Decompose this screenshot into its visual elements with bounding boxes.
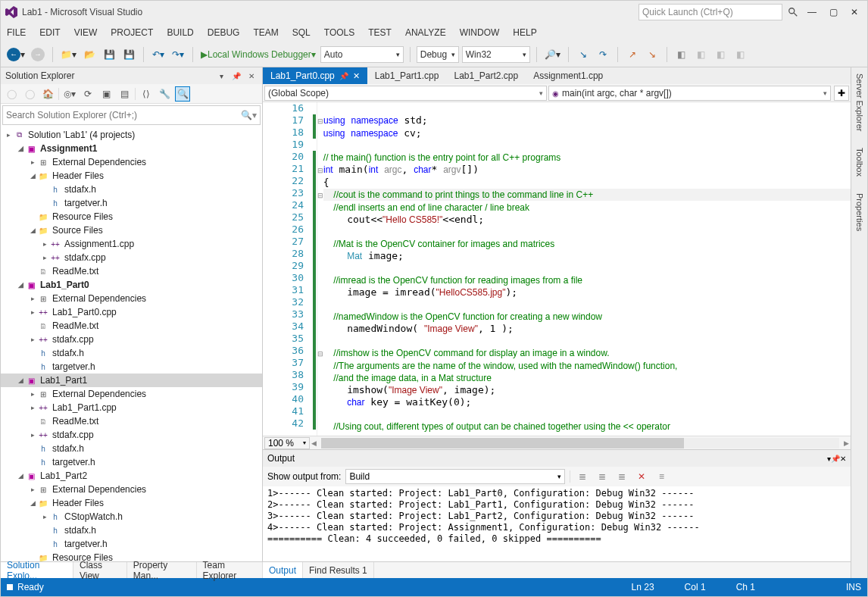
minimize-button[interactable]: — bbox=[802, 5, 822, 20]
menu-sql[interactable]: SQL bbox=[292, 27, 311, 38]
nav-forward-button[interactable]: → bbox=[30, 45, 46, 64]
refresh-icon[interactable]: ⟳ bbox=[80, 86, 95, 102]
close-icon[interactable]: ✕ bbox=[245, 70, 258, 82]
close-tab-icon[interactable]: ✕ bbox=[353, 71, 360, 81]
expand-icon[interactable]: ▸ bbox=[28, 486, 37, 493]
side-tab[interactable]: Properties bbox=[855, 190, 864, 234]
expand-icon[interactable]: ◢ bbox=[28, 499, 37, 507]
config-debug-dropdown[interactable]: Debug▾ bbox=[417, 46, 459, 63]
tree-item[interactable]: ▸++Lab1_Part1.cpp bbox=[1, 401, 262, 414]
next-bookmark-button[interactable]: ◧ bbox=[713, 45, 729, 64]
expand-icon[interactable]: ▸ bbox=[28, 158, 37, 166]
menu-edit[interactable]: EDIT bbox=[39, 27, 60, 38]
scroll-left-icon[interactable]: ◀ bbox=[311, 439, 317, 447]
maximize-button[interactable]: ▢ bbox=[823, 5, 843, 20]
tree-item[interactable]: ▸++Lab1_Part0.cpp bbox=[1, 305, 262, 319]
step-over-button[interactable]: ↷ bbox=[595, 45, 611, 64]
expand-icon[interactable]: ◢ bbox=[28, 227, 37, 234]
expand-icon[interactable]: ▸ bbox=[40, 240, 49, 248]
wrap-icon[interactable]: ≡ bbox=[654, 469, 669, 484]
editor-tab[interactable]: Lab1_Part1.cpp bbox=[367, 67, 447, 84]
tree-item[interactable]: ▸++stdafx.cpp bbox=[1, 251, 262, 264]
tree-item[interactable]: ▸⊞External Dependencies bbox=[1, 155, 262, 169]
menu-test[interactable]: TEST bbox=[368, 27, 392, 38]
expand-icon[interactable]: ▸ bbox=[28, 390, 37, 398]
bottom-tab[interactable]: Property Man... bbox=[127, 562, 197, 578]
menu-help[interactable]: HELP bbox=[513, 27, 536, 38]
clear-bookmarks-button[interactable]: ◧ bbox=[732, 45, 749, 64]
expand-icon[interactable]: ▸ bbox=[40, 513, 49, 520]
scope-dropdown-1[interactable]: (Global Scope)▾ bbox=[264, 86, 547, 101]
menu-debug[interactable]: DEBUG bbox=[208, 27, 240, 38]
zoom-dropdown[interactable]: 100 %▾ bbox=[264, 437, 310, 449]
expand-icon[interactable]: ▸ bbox=[28, 336, 37, 343]
tree-item[interactable]: ▸++stdafx.cpp bbox=[1, 428, 262, 442]
search-icon[interactable] bbox=[785, 5, 801, 20]
tree-item[interactable]: 🗎ReadMe.txt bbox=[1, 319, 262, 333]
show-all-icon[interactable]: ▤ bbox=[117, 86, 132, 102]
tree-item[interactable]: 🗎ReadMe.txt bbox=[1, 414, 262, 428]
side-tab[interactable]: Toolbox bbox=[855, 145, 864, 180]
quick-launch-input[interactable]: Quick Launch (Ctrl+Q) bbox=[639, 4, 782, 20]
find-in-files-button[interactable]: 🔎▾ bbox=[543, 45, 562, 64]
save-all-button[interactable]: 💾 bbox=[120, 45, 137, 64]
pin-icon[interactable]: 📌 bbox=[339, 72, 348, 80]
output-source-dropdown[interactable]: Build▾ bbox=[345, 469, 565, 484]
expand-icon[interactable]: ▸ bbox=[40, 254, 49, 261]
open-button[interactable]: 📂 bbox=[81, 45, 98, 64]
tree-item[interactable]: ◢📁Header Files bbox=[1, 496, 262, 510]
step-out-button[interactable]: ↗ bbox=[624, 45, 641, 64]
bottom-tab[interactable]: Class View bbox=[73, 562, 127, 578]
scope-dropdown-2[interactable]: ◉main(int argc, char * argv[])▾ bbox=[548, 86, 831, 101]
solution-tree[interactable]: ▸⧉Solution 'Lab1' (4 projects)◢▣Assignme… bbox=[1, 127, 262, 578]
tree-item[interactable]: ▸⧉Solution 'Lab1' (4 projects) bbox=[1, 128, 262, 142]
code-area[interactable]: ⊟using namespace std; using namespace cv… bbox=[317, 102, 851, 436]
close-button[interactable]: ✕ bbox=[845, 5, 864, 20]
dropdown-icon[interactable]: ▾ bbox=[215, 70, 227, 82]
tree-item[interactable]: ▸hCStopWatch.h bbox=[1, 510, 262, 524]
tree-item[interactable]: ▸++stdafx.cpp bbox=[1, 333, 262, 346]
config-platform-dropdown[interactable]: Win32▾ bbox=[462, 46, 530, 63]
save-button[interactable]: 💾 bbox=[101, 45, 117, 64]
pin-icon[interactable]: 📌 bbox=[831, 455, 840, 463]
collapse-icon[interactable]: ▣ bbox=[98, 86, 114, 102]
tree-item[interactable]: ◢📁Source Files bbox=[1, 223, 262, 237]
tree-item[interactable]: htargetver.h bbox=[1, 196, 262, 210]
menu-build[interactable]: BUILD bbox=[167, 27, 193, 38]
bottom-tab[interactable]: Find Results 1 bbox=[303, 562, 374, 578]
expand-icon[interactable]: ◢ bbox=[16, 472, 25, 480]
bottom-tab[interactable]: Solution Explo... bbox=[1, 562, 73, 578]
wrench-icon[interactable]: 🔧 bbox=[157, 86, 172, 102]
tree-item[interactable]: hstdafx.h bbox=[1, 442, 262, 455]
expand-icon[interactable]: ▸ bbox=[28, 431, 37, 439]
tree-item[interactable]: ▸⊞External Dependencies bbox=[1, 292, 262, 305]
expand-icon[interactable]: ▸ bbox=[28, 295, 37, 302]
scroll-right-icon[interactable]: ▶ bbox=[844, 439, 849, 447]
step-into-button[interactable]: ↘ bbox=[575, 45, 592, 64]
goto-icon[interactable]: ≣ bbox=[575, 469, 590, 484]
editor-tab[interactable]: Lab1_Part0.cpp📌✕ bbox=[263, 67, 367, 84]
tree-item[interactable]: 🗎ReadMe.txt bbox=[1, 264, 262, 278]
tree-item[interactable]: ▸⊞External Dependencies bbox=[1, 387, 262, 401]
home-icon[interactable]: 🏠 bbox=[40, 86, 55, 102]
expand-icon[interactable]: ◢ bbox=[16, 281, 25, 289]
tree-item[interactable]: ◢📁Header Files bbox=[1, 169, 262, 183]
horizontal-scrollbar[interactable] bbox=[321, 438, 839, 449]
prev-bookmark-button[interactable]: ◧ bbox=[693, 45, 710, 64]
expand-icon[interactable]: ▸ bbox=[28, 404, 37, 411]
menu-file[interactable]: FILE bbox=[7, 27, 26, 38]
tree-item[interactable]: ◢▣Assignment1 bbox=[1, 142, 262, 155]
tree-item[interactable]: ▸++Assignment1.cpp bbox=[1, 237, 262, 251]
tree-item[interactable]: hstdafx.h bbox=[1, 346, 262, 360]
step-button[interactable]: ↘ bbox=[644, 45, 660, 64]
forward-icon[interactable]: ◯ bbox=[22, 86, 37, 102]
tree-item[interactable]: ◢▣Lab1_Part1 bbox=[1, 374, 262, 387]
tree-item[interactable]: ▸⊞External Dependencies bbox=[1, 483, 262, 496]
config-auto-dropdown[interactable]: Auto▾ bbox=[320, 46, 404, 63]
editor-tab[interactable]: Lab1_Part2.cpp bbox=[446, 67, 526, 84]
nav-back-button[interactable]: ←▾ bbox=[5, 45, 27, 64]
expand-icon[interactable]: ▸ bbox=[28, 308, 37, 316]
tree-item[interactable]: ◢▣Lab1_Part0 bbox=[1, 278, 262, 292]
menu-view[interactable]: VIEW bbox=[74, 27, 98, 38]
properties-icon[interactable]: 🔍 bbox=[175, 86, 190, 102]
